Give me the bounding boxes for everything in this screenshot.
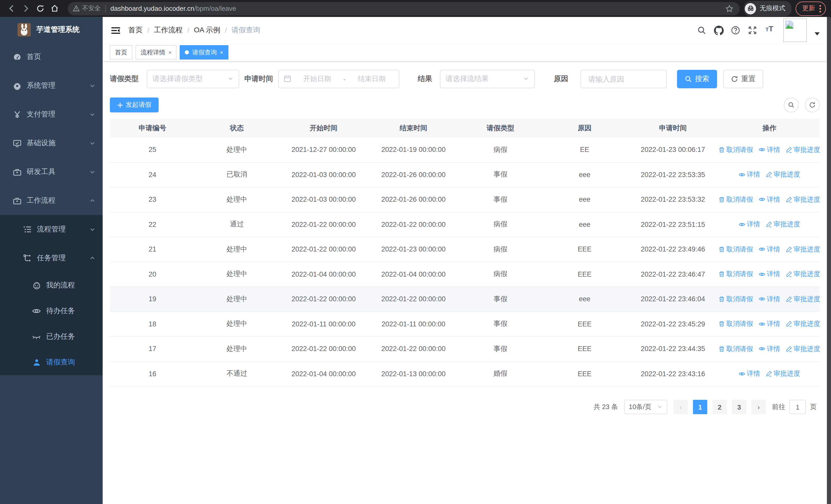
cell-status: 处理中 <box>195 195 279 204</box>
cell-id: 21 <box>110 245 195 253</box>
address-bar[interactable]: 不安全 dashboard.yudao.iocoder.cn/bpm/oa/le… <box>68 2 740 15</box>
tab-home[interactable]: 首页 <box>110 45 133 60</box>
apply-time-range-picker[interactable]: 开始日期 - 结束日期 <box>278 70 399 88</box>
reason-input[interactable] <box>587 75 660 84</box>
breadcrumb-home[interactable]: 首页 <box>128 26 143 35</box>
detail-link[interactable]: 详情 <box>758 295 780 304</box>
approval-progress-link[interactable]: 审批进度 <box>786 195 820 204</box>
detail-link[interactable]: 详情 <box>739 220 760 229</box>
cancel-leave-link[interactable]: 取消请假 <box>719 145 753 154</box>
approval-progress-link[interactable]: 审批进度 <box>786 270 820 279</box>
url-text[interactable]: dashboard.yudao.iocoder.cn/bpm/oa/leave <box>110 5 724 12</box>
page-button-2[interactable]: 2 <box>712 400 727 414</box>
approval-progress-link[interactable]: 审批进度 <box>786 295 820 304</box>
screen: 不安全 dashboard.yudao.iocoder.cn/bpm/oa/le… <box>0 0 831 504</box>
approval-progress-link[interactable]: 审批进度 <box>786 245 820 254</box>
create-leave-button[interactable]: 发起请假 <box>110 97 159 112</box>
sidebar-item-task-management[interactable]: 任务管理 <box>0 244 103 272</box>
detail-link[interactable]: 详情 <box>739 369 760 379</box>
tab-process-detail[interactable]: 流程详情× <box>136 45 177 60</box>
browser-update-button[interactable]: 更新 <box>796 1 826 16</box>
sidebar-fold-icon[interactable] <box>110 25 121 36</box>
cancel-leave-link[interactable]: 取消请假 <box>719 245 753 254</box>
browser-back-icon[interactable] <box>6 3 17 13</box>
sidebar-item-my-process[interactable]: 我的流程 <box>0 272 103 298</box>
approval-progress-link[interactable]: 审批进度 <box>786 320 820 329</box>
approval-progress-link[interactable]: 审批进度 <box>766 220 800 229</box>
security-indicator[interactable]: 不安全 <box>73 4 101 13</box>
sidebar-item-done-tasks[interactable]: 已办任务 <box>0 324 103 350</box>
next-page-button[interactable]: › <box>751 400 766 414</box>
sidebar-item-process-management[interactable]: 流程管理 <box>0 215 103 244</box>
fullscreen-icon[interactable] <box>746 24 758 36</box>
detail-link[interactable]: 详情 <box>758 345 780 354</box>
close-icon[interactable]: × <box>220 49 223 55</box>
cancel-leave-link[interactable]: 取消请假 <box>719 345 753 354</box>
cancel-leave-link[interactable]: 取消请假 <box>719 295 753 304</box>
page-size-select[interactable]: 10条/页 <box>624 400 667 414</box>
detail-link[interactable]: 详情 <box>739 170 760 179</box>
detail-link[interactable]: 详情 <box>758 145 780 154</box>
detail-link[interactable]: 详情 <box>758 195 780 204</box>
detail-link[interactable]: 详情 <box>758 245 780 254</box>
cell-leave-type: 病假 <box>458 145 543 154</box>
help-icon[interactable] <box>729 24 742 36</box>
approval-progress-link[interactable]: 审批进度 <box>786 345 820 354</box>
cell-status: 处理中 <box>195 295 279 304</box>
result-select[interactable]: 请选择流结果 <box>440 70 535 88</box>
scrollbar[interactable] <box>827 17 831 504</box>
approval-progress-link[interactable]: 审批进度 <box>766 170 800 179</box>
search-button[interactable]: 搜索 <box>677 70 717 88</box>
tab-leave-query[interactable]: 请假查询× <box>180 45 228 60</box>
github-icon[interactable] <box>712 24 725 36</box>
page-button-3[interactable]: 3 <box>732 400 746 414</box>
calendar-icon <box>284 75 291 83</box>
sidebar-item-devtools[interactable]: 研发工具 <box>0 157 103 186</box>
result-label: 结果 <box>418 75 432 84</box>
browser-reload-icon[interactable] <box>35 3 45 13</box>
briefcase-icon <box>12 196 22 205</box>
sidebar-item-infrastructure[interactable]: 基础设施 <box>0 129 103 157</box>
sidebar-item-system[interactable]: 系统管理 <box>0 71 103 100</box>
reset-button[interactable]: 重置 <box>723 70 763 88</box>
leave-type-select[interactable]: 请选择请假类型 <box>147 70 239 88</box>
cell-end-time: 2022-01-22 00:00:00 <box>369 221 458 228</box>
cancel-leave-link[interactable]: 取消请假 <box>719 320 753 329</box>
refresh-table-button[interactable] <box>805 97 820 112</box>
approval-progress-link[interactable]: 审批进度 <box>786 145 820 154</box>
cell-apply-time: 2022-01-22 23:53:32 <box>627 196 719 204</box>
header-search-icon[interactable] <box>695 24 708 36</box>
detail-link[interactable]: 详情 <box>758 320 780 329</box>
cancel-leave-link[interactable]: 取消请假 <box>719 270 753 279</box>
chevron-down-icon <box>89 226 95 233</box>
sidebar-item-todo-tasks[interactable]: 待办任务 <box>0 298 103 324</box>
menu-dots-icon[interactable] <box>819 4 821 12</box>
user-avatar[interactable] <box>783 19 807 42</box>
close-icon[interactable]: × <box>168 49 172 55</box>
browser-home-icon[interactable] <box>49 3 60 13</box>
cell-status: 处理中 <box>195 270 279 279</box>
table-row: 20 处理中 2022-01-04 00:00:00 2022-01-04 00… <box>110 262 820 287</box>
toggle-search-button[interactable] <box>784 97 799 112</box>
breadcrumb-workflow[interactable]: 工作流程 <box>154 26 183 35</box>
divider <box>105 5 106 12</box>
sidebar-item-workflow[interactable]: 工作流程 <box>0 186 103 215</box>
browser-forward-icon[interactable] <box>21 3 31 13</box>
breadcrumb-oa-example[interactable]: OA 示例 <box>194 26 221 35</box>
prev-page-button[interactable]: ‹ <box>674 400 688 414</box>
leave-query-page: 请假类型 请选择请假类型 申请时间 开始日期 - 结束日期 结果 请选择流结果 <box>103 62 827 504</box>
sidebar-item-home[interactable]: 首页 <box>0 42 103 71</box>
table-body: 25 处理中 2021-12-27 00:00:00 2022-01-19 00… <box>110 138 820 386</box>
app-logo[interactable]: 芋道管理系统 <box>0 17 103 42</box>
sidebar: 芋道管理系统 首页 系统管理 支付管理 基础设施 <box>0 17 103 504</box>
goto-page-input[interactable] <box>790 400 806 414</box>
font-size-icon[interactable]: TT <box>763 24 776 36</box>
page-button-1[interactable]: 1 <box>693 400 707 414</box>
sidebar-item-payment[interactable]: 支付管理 <box>0 100 103 129</box>
sidebar-item-leave-query[interactable]: 请假查询 <box>0 350 103 375</box>
avatar-dropdown-caret[interactable] <box>814 32 820 35</box>
detail-link[interactable]: 详情 <box>758 270 780 279</box>
approval-progress-link[interactable]: 审批进度 <box>766 369 800 379</box>
bookmark-star-icon[interactable] <box>724 3 735 13</box>
cancel-leave-link[interactable]: 取消请假 <box>719 195 753 204</box>
